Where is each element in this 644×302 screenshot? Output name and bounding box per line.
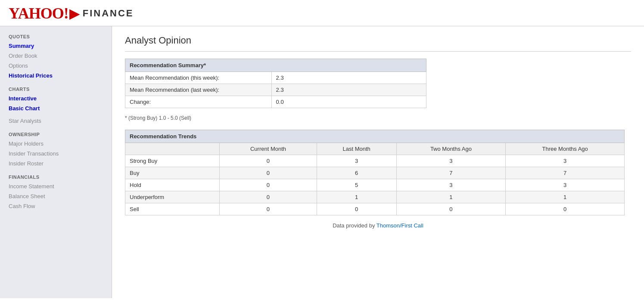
- trends-value-4-0: 0: [220, 203, 317, 215]
- rec-summary-value-1: 2.3: [271, 84, 426, 96]
- sidebar-item-balance-sheet[interactable]: Balance Sheet: [0, 191, 112, 201]
- trends-value-4-3: 0: [506, 203, 625, 215]
- trends-value-3-2: 1: [396, 191, 506, 203]
- trends-col-header-4: Three Months Ago: [506, 143, 625, 155]
- data-provider: Data provided by Thomson/First Call: [125, 222, 631, 229]
- rec-summary-header: Recommendation Summary*: [125, 59, 426, 72]
- trends-col-header-0: [125, 143, 220, 155]
- trends-value-0-1: 3: [317, 155, 396, 167]
- rec-summary-label-0: Mean Recommendation (this week):: [125, 72, 272, 84]
- trends-value-2-0: 0: [220, 179, 317, 191]
- sidebar-item-income-statement[interactable]: Income Statement: [0, 181, 112, 191]
- trends-value-4-1: 0: [317, 203, 396, 215]
- rec-summary-body: Mean Recommendation (this week):2.3Mean …: [125, 72, 426, 108]
- logo: YAHOO! ▶ FINANCE: [9, 4, 635, 22]
- layout: QUOTES Summary Order Book Options Histor…: [0, 26, 644, 298]
- yahoo-bolt-icon: ▶: [69, 5, 80, 22]
- sidebar-item-interactive[interactable]: Interactive: [0, 93, 112, 103]
- trends-label-3: Underperform: [125, 191, 220, 203]
- trends-value-1-3: 7: [506, 167, 625, 179]
- trends-value-0-3: 3: [506, 155, 625, 167]
- trends-label-1: Buy: [125, 167, 220, 179]
- recommendation-trends-table: Recommendation Trends Current MonthLast …: [125, 130, 625, 215]
- rec-summary-value-0: 2.3: [271, 72, 426, 84]
- trends-value-3-3: 1: [506, 191, 625, 203]
- sidebar: QUOTES Summary Order Book Options Histor…: [0, 26, 112, 298]
- trends-label-2: Hold: [125, 179, 220, 191]
- trends-col-header-2: Last Month: [317, 143, 396, 155]
- sidebar-item-cash-flow[interactable]: Cash Flow: [0, 201, 112, 211]
- trends-value-3-1: 1: [317, 191, 396, 203]
- sidebar-item-order-book[interactable]: Order Book: [0, 51, 112, 61]
- trends-label-0: Strong Buy: [125, 155, 220, 167]
- trends-value-0-2: 3: [396, 155, 506, 167]
- sidebar-item-star-analysts[interactable]: Star Analysts: [0, 116, 112, 126]
- page-title: Analyst Opinion: [125, 35, 631, 46]
- trends-value-0-0: 0: [220, 155, 317, 167]
- trends-value-4-2: 0: [396, 203, 506, 215]
- sidebar-item-insider-roster[interactable]: Insider Roster: [0, 159, 112, 168]
- trends-col-header-row: Current MonthLast MonthTwo Months AgoThr…: [125, 143, 625, 155]
- sidebar-item-basic-chart[interactable]: Basic Chart: [0, 103, 112, 113]
- title-divider: [125, 51, 631, 52]
- rec-summary-label-2: Change:: [125, 96, 272, 108]
- trends-value-3-0: 0: [220, 191, 317, 203]
- trends-body: Strong Buy0333Buy0677Hold0533Underperfor…: [125, 155, 625, 215]
- finance-wordmark: FINANCE: [83, 8, 134, 19]
- main-content: Analyst Opinion Recommendation Summary* …: [112, 26, 644, 298]
- sidebar-financials-header: FINANCIALS: [0, 171, 112, 181]
- rec-summary-value-2: 0.0: [271, 96, 426, 108]
- trends-col-header-3: Two Months Ago: [396, 143, 506, 155]
- trends-label-4: Sell: [125, 203, 220, 215]
- sidebar-charts-header: CHARTS: [0, 83, 112, 93]
- trends-value-1-1: 6: [317, 167, 396, 179]
- trends-value-2-1: 5: [317, 179, 396, 191]
- rec-trends-header: Recommendation Trends: [125, 130, 625, 143]
- sidebar-item-insider-transactions[interactable]: Insider Transactions: [0, 149, 112, 159]
- trends-value-2-3: 3: [506, 179, 625, 191]
- data-provider-link[interactable]: Thomson/First Call: [376, 222, 423, 229]
- trends-value-2-2: 3: [396, 179, 506, 191]
- sidebar-item-options[interactable]: Options: [0, 61, 112, 71]
- trends-col-header-1: Current Month: [220, 143, 317, 155]
- sidebar-quotes-header: QUOTES: [0, 31, 112, 41]
- rec-summary-label-1: Mean Recommendation (last week):: [125, 84, 272, 96]
- sidebar-item-historical-prices[interactable]: Historical Prices: [0, 71, 112, 81]
- sidebar-ownership-header: OWNERSHIP: [0, 128, 112, 139]
- header: YAHOO! ▶ FINANCE: [0, 0, 644, 26]
- sidebar-item-major-holders[interactable]: Major Holders: [0, 139, 112, 149]
- rec-footnote: * (Strong Buy) 1.0 - 5.0 (Sell): [125, 115, 631, 121]
- data-provider-text: Data provided by: [333, 222, 376, 229]
- trends-value-1-2: 7: [396, 167, 506, 179]
- recommendation-summary-table: Recommendation Summary* Mean Recommendat…: [125, 59, 426, 108]
- trends-value-1-0: 0: [220, 167, 317, 179]
- sidebar-item-summary[interactable]: Summary: [0, 41, 112, 51]
- yahoo-wordmark: YAHOO!: [9, 4, 68, 22]
